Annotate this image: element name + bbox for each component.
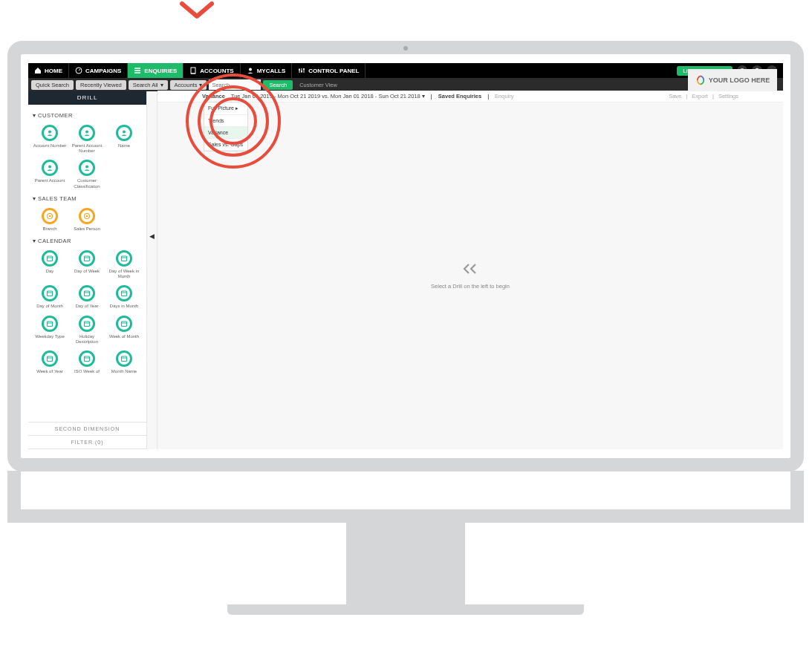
drill-days-in-month[interactable]: Days in Month bbox=[105, 282, 143, 312]
dropdown-variance[interactable]: Variance bbox=[204, 127, 247, 139]
enquiry-type-label[interactable]: Variance bbox=[202, 93, 225, 99]
calendar-icon bbox=[116, 250, 132, 267]
calendar-icon bbox=[79, 250, 95, 267]
svg-rect-24 bbox=[122, 322, 127, 327]
calendar-icon bbox=[42, 316, 58, 332]
speedometer-icon bbox=[75, 67, 82, 74]
quick-search-button[interactable]: Quick Search bbox=[31, 80, 74, 90]
drill-holiday-description[interactable]: Holiday Description bbox=[68, 313, 105, 348]
search-all-select[interactable]: Search All▾ bbox=[129, 80, 168, 90]
drill-customer-classification[interactable]: Customer Classification bbox=[68, 157, 105, 192]
main-placeholder: Select a Drill on the left to begin bbox=[157, 103, 783, 449]
drill-day[interactable]: Day bbox=[31, 247, 68, 282]
drill-iso-week-of[interactable]: ISO Week of bbox=[68, 348, 105, 377]
section-calendar[interactable]: ▾ CALENDAR bbox=[31, 235, 143, 247]
drill-week-of-month[interactable]: Week of Month bbox=[105, 313, 143, 348]
recently-viewed-button[interactable]: Recently Viewed bbox=[76, 80, 126, 90]
sliders-icon bbox=[298, 67, 305, 74]
person-icon bbox=[42, 160, 58, 176]
camera-dot bbox=[403, 46, 408, 50]
sub-toolbar: Quick Search Recently Viewed Search All▾… bbox=[28, 78, 783, 91]
saved-enquiries-link[interactable]: Saved Enquiries bbox=[438, 93, 481, 99]
home-icon bbox=[34, 67, 42, 74]
section-customer[interactable]: ▾ CUSTOMER bbox=[31, 109, 143, 122]
target-icon bbox=[42, 208, 58, 224]
list-icon bbox=[134, 67, 141, 74]
nav-enquiries[interactable]: ENQUIRIES bbox=[128, 63, 183, 78]
save-link[interactable]: Save bbox=[669, 93, 681, 99]
enquiry-toolbar: Variance Tue Jan 01 2019 - Mon Oct 21 20… bbox=[157, 91, 783, 102]
chevron-down-icon bbox=[178, 0, 215, 24]
collapse-sidebar-icon[interactable]: ◀ bbox=[149, 232, 155, 240]
drill-account-number[interactable]: Account Number bbox=[31, 122, 68, 157]
svg-point-3 bbox=[299, 69, 300, 71]
placeholder-text: Select a Drill on the left to begin bbox=[431, 283, 510, 290]
customer-view-link[interactable]: Customer View bbox=[295, 82, 337, 88]
logo-placeholder: YOUR LOGO HERE bbox=[688, 69, 777, 91]
nav-campaigns[interactable]: CAMPAIGNS bbox=[69, 63, 128, 78]
person-icon bbox=[79, 160, 95, 176]
person-icon bbox=[79, 125, 95, 141]
drill-parent-account-number[interactable]: Parent Account Number bbox=[68, 122, 105, 157]
person-icon bbox=[116, 125, 132, 141]
dropdown-trends[interactable]: Trends bbox=[204, 115, 247, 127]
svg-rect-19 bbox=[48, 291, 53, 296]
accounts-select[interactable]: Accounts▾ bbox=[170, 80, 207, 90]
date-range-picker[interactable]: Tue Jan 01 2019 - Mon Oct 21 2019 vs. Mo… bbox=[231, 93, 425, 99]
svg-rect-22 bbox=[48, 322, 53, 327]
section-sales-team[interactable]: ▾ SALES TEAM bbox=[31, 192, 143, 205]
nav-control-panel[interactable]: CONTROL PANEL bbox=[292, 63, 366, 78]
logo-icon bbox=[695, 75, 706, 85]
svg-rect-17 bbox=[85, 256, 90, 261]
calendar-icon bbox=[42, 285, 58, 301]
search-input[interactable] bbox=[209, 79, 261, 90]
svg-rect-23 bbox=[85, 322, 90, 327]
app-screen: HOMECAMPAIGNSENQUIRIESACCOUNTSMYCALLSCON… bbox=[28, 63, 783, 449]
svg-rect-21 bbox=[122, 291, 127, 296]
drill-header: DRILL bbox=[28, 91, 146, 105]
drill-month-name[interactable]: Month Name bbox=[105, 348, 143, 377]
nav-home[interactable]: HOME bbox=[28, 63, 69, 78]
svg-rect-26 bbox=[85, 356, 90, 362]
drill-sidebar: DRILL ▾ CUSTOMER Account Number Parent A… bbox=[28, 91, 147, 449]
drill-day-of-year[interactable]: Day of Year bbox=[68, 282, 105, 312]
search-button[interactable]: Search bbox=[263, 80, 293, 90]
settings-link[interactable]: Settings bbox=[718, 93, 738, 99]
svg-rect-16 bbox=[48, 256, 53, 261]
drill-week-of-year[interactable]: Week of Year bbox=[31, 348, 68, 377]
calendar-icon bbox=[116, 285, 132, 301]
dropdown-full-picture[interactable]: Full Picture ▸ bbox=[204, 102, 247, 115]
drill-day-of-month[interactable]: Day of Month bbox=[31, 282, 68, 312]
drill-day-of-week-in-month[interactable]: Day of Week in Month bbox=[105, 247, 143, 282]
sidebar-divider: ◀ bbox=[147, 91, 157, 449]
second-dimension-button[interactable]: SECOND DIMENSION bbox=[28, 422, 146, 436]
svg-point-7 bbox=[48, 131, 51, 134]
person-icon bbox=[42, 125, 58, 141]
drill-branch[interactable]: Branch bbox=[31, 205, 68, 235]
target-icon bbox=[79, 208, 95, 224]
calendar-icon bbox=[42, 350, 58, 367]
calendar-icon bbox=[79, 285, 95, 301]
top-nav: HOMECAMPAIGNSENQUIRIESACCOUNTSMYCALLSCON… bbox=[28, 63, 783, 78]
svg-point-2 bbox=[249, 68, 252, 71]
enquiry-type-dropdown[interactable]: Full Picture ▸TrendsVarianceSales vs. Ga… bbox=[204, 102, 248, 151]
dropdown-sales-vs-gaps[interactable]: Sales vs. Gaps bbox=[204, 139, 247, 151]
nav-accounts[interactable]: ACCOUNTS bbox=[183, 63, 240, 78]
svg-rect-25 bbox=[48, 356, 53, 362]
svg-point-10 bbox=[48, 166, 51, 169]
drill-day-of-week[interactable]: Day of Week bbox=[68, 247, 105, 282]
main-panel: Variance Tue Jan 01 2019 - Mon Oct 21 20… bbox=[157, 91, 783, 449]
drill-weekday-type[interactable]: Weekday Type bbox=[31, 313, 68, 348]
svg-point-13 bbox=[49, 215, 51, 217]
monitor-frame: HOMECAMPAIGNSENQUIRIESACCOUNTSMYCALLSCON… bbox=[7, 41, 804, 583]
drill-parent-account[interactable]: Parent Account bbox=[31, 157, 68, 192]
svg-point-9 bbox=[123, 131, 126, 134]
nav-mycalls[interactable]: MYCALLS bbox=[241, 63, 293, 78]
drill-name[interactable]: Name bbox=[105, 122, 143, 157]
export-link[interactable]: Export bbox=[692, 93, 708, 99]
drill-sales-person[interactable]: Sales Person bbox=[68, 205, 105, 235]
filter-button[interactable]: FILTER (0) bbox=[28, 436, 146, 449]
svg-point-4 bbox=[301, 71, 302, 72]
svg-rect-18 bbox=[122, 256, 127, 261]
svg-point-11 bbox=[85, 166, 88, 169]
